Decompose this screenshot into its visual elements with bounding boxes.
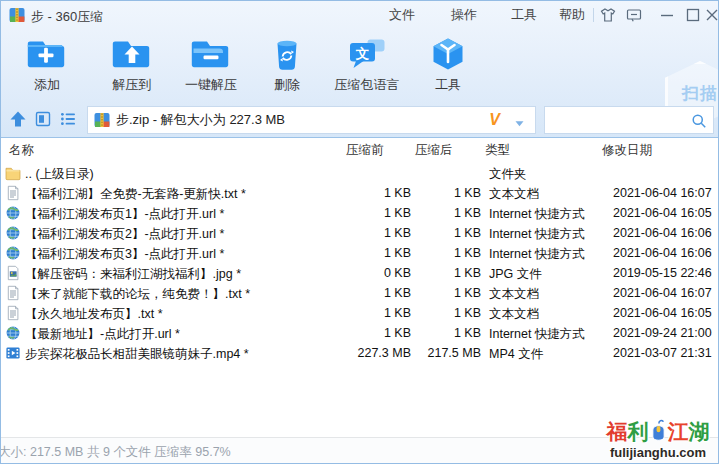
toolbar-button-3[interactable]: 一键解压 bbox=[179, 33, 243, 96]
file-date: 2021-06-04 16:05 bbox=[613, 206, 712, 220]
menu-item-4[interactable]: 帮助 bbox=[547, 1, 597, 29]
toolbar-button-5[interactable]: 文 压缩包语言 bbox=[329, 33, 406, 96]
file-date: 2021-09-24 21:00 bbox=[613, 326, 712, 340]
file-size-after: 217.5 MB bbox=[401, 346, 481, 360]
url-file-icon bbox=[5, 205, 21, 221]
archive-file-icon bbox=[94, 112, 110, 128]
file-row[interactable]: 【来了就能下载的论坛，纯免费！】.txt * 1 KB 1 KB 文本文档 20… bbox=[1, 283, 718, 303]
file-row[interactable]: 步宾探花极品长相甜美眼镜萌妹子.mp4 * 227.3 MB 217.5 MB … bbox=[1, 343, 718, 363]
file-size-before: 1 KB bbox=[321, 226, 411, 240]
file-date: 2021-06-04 16:06 bbox=[613, 226, 712, 240]
header-before[interactable]: 压缩前 bbox=[346, 142, 384, 159]
menu-item-3[interactable]: 工具 bbox=[499, 1, 549, 29]
folder-file-icon bbox=[5, 165, 21, 181]
toolbar-button-1[interactable]: 添加 bbox=[19, 33, 75, 96]
file-name: 【最新地址】-点此打开.url * bbox=[25, 326, 328, 343]
file-size-before: 1 KB bbox=[321, 286, 411, 300]
file-type: Internet 快捷方式 bbox=[489, 206, 609, 223]
maximize-button[interactable] bbox=[684, 6, 702, 24]
toolbar-button-label: 解压到 bbox=[113, 76, 152, 94]
file-date: 2021-06-04 16:05 bbox=[613, 306, 712, 320]
url-file-icon bbox=[5, 245, 21, 261]
file-list-area: 名称 压缩前 压缩后 类型 修改日期 .. (上级目录) 文件夹 【福利江湖】全… bbox=[1, 138, 718, 437]
header-type[interactable]: 类型 bbox=[485, 142, 510, 159]
file-size-after: 1 KB bbox=[401, 246, 481, 260]
search-input[interactable] bbox=[549, 108, 689, 132]
search-box bbox=[544, 106, 714, 134]
file-size-after: 1 KB bbox=[401, 226, 481, 240]
file-size-after: 1 KB bbox=[401, 186, 481, 200]
menu-item-1[interactable]: 文件 bbox=[377, 1, 427, 29]
toolbar-button-label: 压缩包语言 bbox=[335, 76, 400, 94]
file-size-before: 0 KB bbox=[321, 266, 411, 280]
list-view-button[interactable] bbox=[59, 110, 77, 128]
file-name: 【永久地址发布页】.txt * bbox=[25, 306, 328, 323]
trash-icon bbox=[265, 35, 309, 73]
file-date: 2021-06-04 16:07 bbox=[613, 186, 712, 200]
svg-text:文: 文 bbox=[354, 46, 369, 61]
file-type: Internet 快捷方式 bbox=[489, 246, 609, 263]
header-after[interactable]: 压缩后 bbox=[415, 142, 453, 159]
toolbar: 扫描 添加 解压到 一键解压 删除 文 压缩包语言 工具 bbox=[1, 29, 718, 103]
app-icon bbox=[9, 7, 25, 23]
minimize-button[interactable] bbox=[658, 6, 676, 24]
file-size-after: 1 KB bbox=[401, 326, 481, 340]
file-size-before: 1 KB bbox=[321, 306, 411, 320]
file-rows: .. (上级目录) 文件夹 【福利江湖】全免费-无套路-更新快.txt * 1 … bbox=[1, 163, 718, 363]
titlebar-divider bbox=[593, 8, 594, 22]
file-row[interactable]: 【解压密码：来福利江湖找福利】.jpg * 0 KB 1 KB JPG 文件 2… bbox=[1, 263, 718, 283]
chevron-down-icon[interactable] bbox=[514, 115, 525, 126]
language-bubble-icon: 文 bbox=[345, 35, 389, 73]
icon-view-button[interactable] bbox=[34, 110, 52, 128]
txt-file-icon bbox=[5, 285, 21, 301]
titlebar: 步 - 360压缩 文件操作工具帮助 bbox=[1, 1, 718, 29]
toolbar-button-4[interactable]: 删除 bbox=[259, 33, 315, 96]
file-date: 2021-06-04 16:07 bbox=[613, 286, 712, 300]
skin-button[interactable] bbox=[599, 6, 617, 24]
file-name: 【解压密码：来福利江湖找福利】.jpg * bbox=[25, 266, 328, 283]
header-date[interactable]: 修改日期 bbox=[602, 142, 652, 159]
file-size-before: 1 KB bbox=[321, 246, 411, 260]
file-name: 【福利江湖发布页3】-点此打开.url * bbox=[25, 246, 328, 263]
v-logo: V bbox=[489, 111, 500, 129]
txt-file-icon bbox=[5, 305, 21, 321]
file-type: 文本文档 bbox=[489, 286, 609, 303]
file-row[interactable]: 【福利江湖发布页3】-点此打开.url * 1 KB 1 KB Internet… bbox=[1, 243, 718, 263]
url-file-icon bbox=[5, 325, 21, 341]
file-type: 文本文档 bbox=[489, 186, 609, 203]
file-size-before: 1 KB bbox=[321, 326, 411, 340]
file-type: JPG 文件 bbox=[489, 266, 609, 283]
file-name: 步宾探花极品长相甜美眼镜萌妹子.mp4 * bbox=[25, 346, 328, 363]
file-row[interactable]: 【永久地址发布页】.txt * 1 KB 1 KB 文本文档 2021-06-0… bbox=[1, 303, 718, 323]
toolbar-button-2[interactable]: 解压到 bbox=[104, 33, 160, 96]
file-size-after: 1 KB bbox=[401, 206, 481, 220]
file-row[interactable]: 【最新地址】-点此打开.url * 1 KB 1 KB Internet 快捷方… bbox=[1, 323, 718, 343]
toolbar-button-label: 一键解压 bbox=[185, 76, 237, 94]
url-file-icon bbox=[5, 225, 21, 241]
file-size-after: 1 KB bbox=[401, 286, 481, 300]
window-chrome: 步 - 360压缩 文件操作工具帮助 扫描 添加 解压到 一键解压 删除 文 压… bbox=[1, 1, 718, 138]
file-row[interactable]: .. (上级目录) 文件夹 bbox=[1, 163, 718, 183]
column-headers: 名称 压缩前 压缩后 类型 修改日期 bbox=[1, 138, 718, 163]
add-folder-icon bbox=[25, 35, 69, 73]
window-title: 步 - 360压缩 bbox=[31, 8, 103, 26]
oneclick-extract-icon bbox=[189, 35, 233, 73]
address-bar[interactable]: 步.zip - 解包大小为 227.3 MB V bbox=[87, 106, 536, 134]
file-name: .. (上级目录) bbox=[25, 166, 328, 183]
file-row[interactable]: 【福利江湖】全免费-无套路-更新快.txt * 1 KB 1 KB 文本文档 2… bbox=[1, 183, 718, 203]
toolbar-button-label: 删除 bbox=[274, 76, 300, 94]
up-level-button[interactable] bbox=[9, 110, 27, 128]
feedback-button[interactable] bbox=[625, 6, 643, 24]
search-icon[interactable] bbox=[691, 113, 707, 129]
file-type: 文件夹 bbox=[489, 166, 609, 183]
toolbar-button-6[interactable]: 工具 bbox=[420, 33, 476, 96]
header-name[interactable]: 名称 bbox=[9, 142, 34, 159]
file-type: Internet 快捷方式 bbox=[489, 326, 609, 343]
close-button[interactable] bbox=[703, 6, 719, 24]
file-size-before: 227.3 MB bbox=[321, 346, 411, 360]
menu-item-2[interactable]: 操作 bbox=[439, 1, 489, 29]
file-size-before: 1 KB bbox=[321, 206, 411, 220]
file-row[interactable]: 【福利江湖发布页1】-点此打开.url * 1 KB 1 KB Internet… bbox=[1, 203, 718, 223]
tools-hexagon-icon bbox=[426, 35, 470, 73]
file-row[interactable]: 【福利江湖发布页2】-点此打开.url * 1 KB 1 KB Internet… bbox=[1, 223, 718, 243]
